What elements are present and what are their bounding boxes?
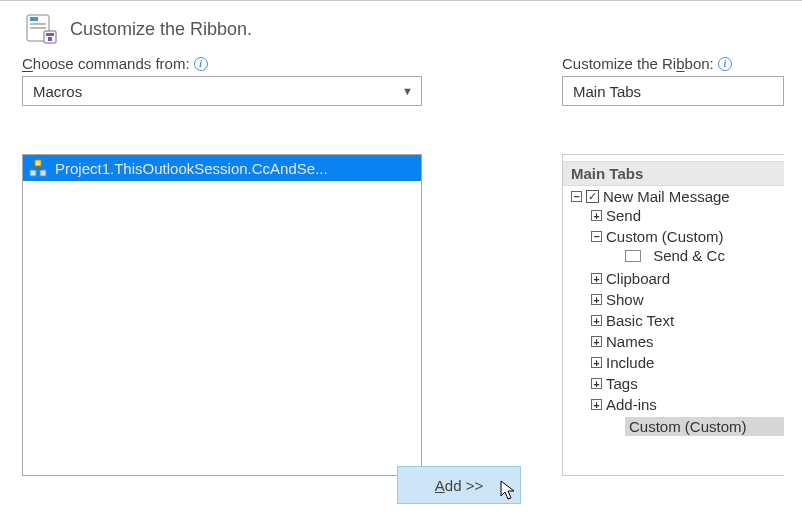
tree-root-label: Main Tabs <box>563 161 784 186</box>
svg-rect-2 <box>30 23 46 25</box>
tree-node-basic-text[interactable]: +Basic Text <box>591 312 784 329</box>
svg-rect-9 <box>40 170 46 176</box>
svg-rect-5 <box>46 33 54 36</box>
customize-ribbon-value: Main Tabs <box>573 83 641 100</box>
chevron-down-icon: ▼ <box>402 85 413 97</box>
svg-rect-7 <box>35 160 41 166</box>
svg-rect-6 <box>48 37 52 41</box>
expand-icon[interactable]: + <box>591 273 602 284</box>
customize-ribbon-label: Customize the Ribbon: i <box>562 55 784 72</box>
tree-node-include[interactable]: +Include <box>591 354 784 371</box>
expand-icon[interactable]: + <box>591 399 602 410</box>
ribbon-customize-icon <box>24 13 58 45</box>
expand-icon[interactable]: + <box>591 210 602 221</box>
macro-icon <box>29 159 47 177</box>
tree-node-addins[interactable]: +Add-ins <box>591 396 784 413</box>
checkbox-checked-icon[interactable]: ✓ <box>586 190 599 203</box>
choose-commands-value: Macros <box>33 83 82 100</box>
tree-node-tags[interactable]: +Tags <box>591 375 784 392</box>
add-button[interactable]: Add >> <box>397 466 521 504</box>
expand-icon[interactable]: + <box>591 315 602 326</box>
tree-node-custom-2[interactable]: Custom (Custom) <box>625 417 784 436</box>
info-icon[interactable]: i <box>718 57 732 71</box>
tree-node-custom[interactable]: −Custom (Custom) <box>591 228 784 245</box>
collapse-icon[interactable]: − <box>591 231 602 242</box>
expand-icon[interactable]: + <box>591 378 602 389</box>
svg-rect-3 <box>30 27 46 29</box>
commands-list[interactable]: Project1.ThisOutlookSession.CcAndSe... <box>22 154 422 476</box>
customize-ribbon-combo[interactable]: Main Tabs <box>562 76 784 106</box>
tree-leaf-send-cc[interactable]: Send & Cc <box>611 247 784 264</box>
expand-icon[interactable]: + <box>591 336 602 347</box>
tree-node-clipboard[interactable]: +Clipboard <box>591 270 784 287</box>
expand-icon[interactable]: + <box>591 357 602 368</box>
svg-rect-8 <box>30 170 36 176</box>
svg-rect-1 <box>30 17 38 21</box>
ribbon-tree[interactable]: Main Tabs − ✓ New Mail Message +Send −Cu… <box>562 154 784 476</box>
macro-item-label: Project1.ThisOutlookSession.CcAndSe... <box>55 160 328 177</box>
choose-commands-combo[interactable]: Macros ▼ <box>22 76 422 106</box>
tree-node-send[interactable]: +Send <box>591 207 784 224</box>
page-title: Customize the Ribbon. <box>70 19 252 40</box>
choose-commands-label: Choose commands from: i <box>22 55 422 72</box>
command-icon <box>625 250 641 262</box>
tree-node-show[interactable]: +Show <box>591 291 784 308</box>
macro-list-item[interactable]: Project1.ThisOutlookSession.CcAndSe... <box>23 155 421 181</box>
tree-node-names[interactable]: +Names <box>591 333 784 350</box>
collapse-icon[interactable]: − <box>571 191 582 202</box>
expand-icon[interactable]: + <box>591 294 602 305</box>
info-icon[interactable]: i <box>194 57 208 71</box>
tree-node-new-mail[interactable]: − ✓ New Mail Message <box>571 188 784 205</box>
